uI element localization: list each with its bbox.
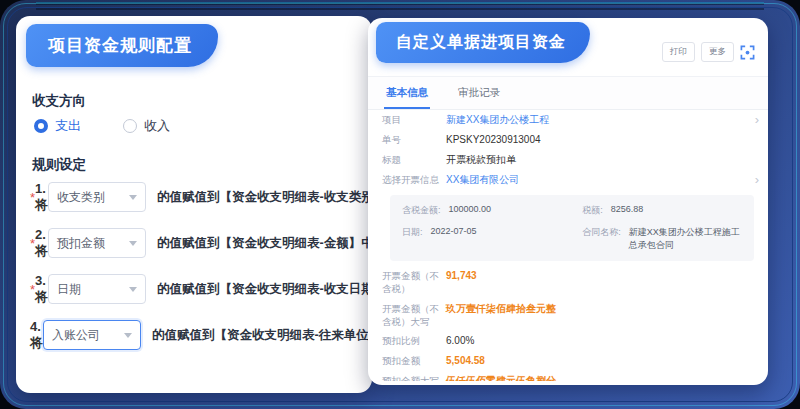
radio-unselected-icon	[123, 119, 137, 133]
invoice-amount-caps-value: 玖万壹仟柒佰肆拾叁元整	[446, 302, 556, 316]
rule-field-select-3[interactable]: 日期	[48, 274, 146, 304]
contract-info-box: 含税金额: 100000.00 税额: 8256.88 日期: 2022-07-…	[390, 195, 754, 261]
rule-field-select-2[interactable]: 预扣金额	[48, 228, 146, 258]
radio-income[interactable]: 收入	[123, 117, 170, 135]
field-withhold-amount-caps: 预扣金额大写 伍仟伍佰零肆元伍角捌分	[368, 371, 768, 381]
field-label: 税额:	[582, 204, 603, 217]
chevron-down-icon	[129, 241, 137, 246]
rules-section-label: 规则设定	[32, 156, 86, 174]
rule-suffix-text: 的值赋值到【资金收支明细表-往来单位】中	[152, 327, 394, 344]
direction-radio-group: 支出 收入	[34, 117, 170, 135]
rule-select-value: 入账公司	[52, 327, 100, 344]
field-doc-no: 单号 KPSKY20230913004	[368, 130, 768, 150]
contract-date-value: 2022-07-05	[431, 226, 477, 236]
field-project: 项目 新建XX集团办公楼工程 ›	[368, 110, 768, 130]
rule-suffix-text: 的值赋值到【资金收支明细表-收支类别】中	[157, 189, 399, 206]
tax-amount-value: 8256.88	[611, 204, 644, 214]
chevron-down-icon	[129, 287, 137, 292]
field-doc-title: 标题 开票税款预扣单	[368, 150, 768, 170]
tax-incl-amount-value: 100000.00	[449, 204, 492, 214]
invoice-amount-value: 91,743	[446, 269, 477, 283]
field-label: 预扣比例	[382, 334, 446, 347]
rule-field-select-1[interactable]: 收支类别	[48, 182, 146, 212]
radio-expense[interactable]: 支出	[34, 117, 81, 135]
field-label: 日期:	[402, 226, 423, 239]
contract-name-value: 新建XX集团办公楼工程施工总承包合同	[629, 226, 742, 252]
rules-list: * 1. 将 收支类别 的值赋值到【资金收支明细表-收支类别】中 * 2. 将 …	[30, 174, 364, 358]
chevron-right-icon[interactable]: ›	[755, 112, 759, 128]
fullscreen-icon[interactable]	[740, 44, 756, 60]
document-panel-title: 自定义单据进项目资金	[376, 22, 590, 63]
field-withhold-ratio: 预扣比例 6.00%	[368, 331, 768, 351]
project-link[interactable]: 新建XX集团办公楼工程	[446, 113, 549, 127]
field-invoice-amount: 开票金额（不含税） 91,743	[368, 266, 768, 299]
rule-suffix-text: 的值赋值到【资金收支明细表-收支日期】中	[157, 281, 399, 298]
field-label: 预扣金额大写	[382, 374, 446, 381]
field-label: 选择开票信息	[382, 173, 446, 186]
field-label: 预扣金额	[382, 354, 446, 367]
rule-number: 2. 将	[35, 227, 48, 260]
field-invoice-amount-caps: 开票金额（不含税）大写 玖万壹仟柒佰肆拾叁元整	[368, 299, 768, 332]
detail-fields: 项目 新建XX集团办公楼工程 › 单号 KPSKY20230913004 标题 …	[368, 110, 768, 381]
rule-suffix-text: 的值赋值到【资金收支明细表-金额】中	[157, 235, 374, 252]
rule-row-2: * 2. 将 预扣金额 的值赋值到【资金收支明细表-金额】中	[30, 220, 364, 266]
rule-select-value: 日期	[57, 281, 81, 298]
tab-approval-record[interactable]: 审批记录	[456, 77, 502, 109]
rule-select-value: 预扣金额	[57, 235, 105, 252]
detail-tabs: 基本信息 审批记录	[368, 76, 768, 110]
document-detail-panel: 自定义单据进项目资金 打印 更多 基本信息 审批记录 项目 新建XX集团办公楼工…	[368, 18, 768, 385]
rule-row-4: 4. 将 入账公司 的值赋值到【资金收支明细表-往来单位】中	[30, 312, 364, 358]
field-label: 标题	[382, 153, 446, 166]
radio-income-label: 收入	[144, 117, 170, 135]
rule-select-value: 收支类别	[57, 189, 105, 206]
field-label: 开票金额（不含税）	[382, 269, 446, 296]
field-label: 含税金额:	[402, 204, 441, 217]
withhold-ratio-value: 6.00%	[446, 334, 474, 348]
field-label: 项目	[382, 113, 446, 126]
field-label: 合同名称:	[582, 226, 621, 239]
invoice-info-link[interactable]: XX集团有限公司	[446, 173, 519, 187]
tab-basic-info[interactable]: 基本信息	[384, 77, 430, 109]
rule-config-panel: 项目资金规则配置 收支方向 支出 收入 规则设定 * 1. 将 收支类别 的值赋…	[16, 16, 372, 393]
radio-expense-label: 支出	[55, 117, 81, 135]
rule-field-select-4[interactable]: 入账公司	[43, 320, 141, 350]
more-button[interactable]: 更多	[701, 42, 734, 62]
document-toolbar: 打印 更多	[662, 42, 756, 62]
contract-tax-amount: 税额: 8256.88	[582, 204, 742, 217]
field-label: 单号	[382, 133, 446, 146]
rule-number: 4. 将	[30, 319, 43, 352]
radio-selected-icon	[34, 119, 48, 133]
rule-row-3: * 3. 将 日期 的值赋值到【资金收支明细表-收支日期】中	[30, 266, 364, 312]
contract-name: 合同名称: 新建XX集团办公楼工程施工总承包合同	[582, 226, 742, 252]
rule-row-1: * 1. 将 收支类别 的值赋值到【资金收支明细表-收支类别】中	[30, 174, 364, 220]
chevron-down-icon	[129, 195, 137, 200]
field-label: 开票金额（不含税）大写	[382, 302, 446, 329]
decorative-top-lines	[36, 2, 764, 12]
rule-number: 1. 将	[35, 181, 48, 214]
field-invoice-info: 选择开票信息 XX集团有限公司 ›	[368, 170, 768, 190]
doc-title-value: 开票税款预扣单	[446, 153, 516, 167]
contract-date: 日期: 2022-07-05	[402, 226, 582, 252]
field-withhold-amount: 预扣金额 5,504.58	[368, 351, 768, 371]
chevron-down-icon	[124, 333, 132, 338]
withhold-amount-value: 5,504.58	[446, 354, 485, 368]
withhold-amount-caps-value: 伍仟伍佰零肆元伍角捌分	[446, 374, 556, 381]
rule-config-title: 项目资金规则配置	[26, 24, 218, 67]
chevron-right-icon[interactable]: ›	[755, 172, 759, 188]
print-button[interactable]: 打印	[662, 42, 695, 62]
contract-tax-incl-amount: 含税金额: 100000.00	[402, 204, 582, 217]
rule-number: 3. 将	[35, 273, 48, 306]
doc-no-value: KPSKY20230913004	[446, 133, 541, 147]
direction-section-label: 收支方向	[32, 92, 86, 110]
